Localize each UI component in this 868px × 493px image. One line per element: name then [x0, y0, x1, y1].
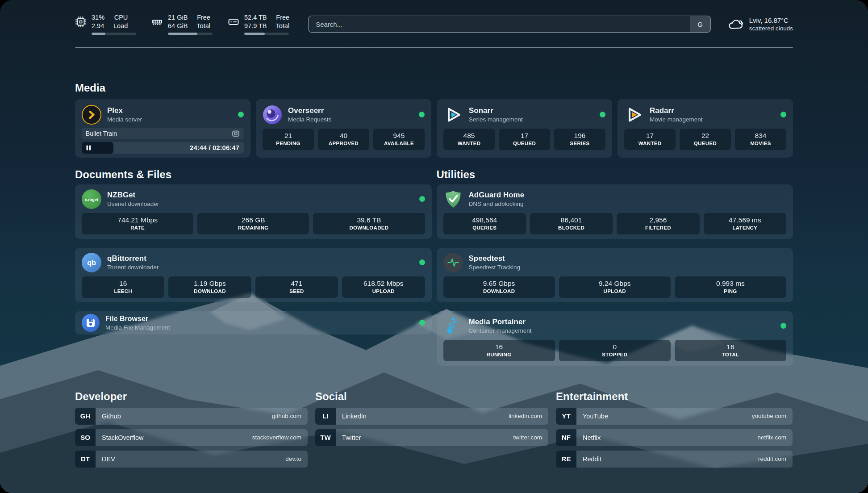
bookmark-url: reddit.com [758, 455, 786, 462]
stat-upload: 9.24 GbpsUPLOAD [559, 276, 671, 298]
social-heading: Social [315, 390, 548, 403]
filebrowser-card[interactable]: File Browser Media File Management [75, 311, 432, 334]
ram-progress-bar [168, 33, 213, 35]
bookmark-name: YouTube [583, 413, 608, 420]
playback-progress-bar[interactable]: 24:44 / 02:06:47 [82, 142, 244, 154]
disk-total-value: 97.9 TB [244, 22, 267, 30]
stat-series: 196SERIES [554, 129, 605, 150]
stat-pending: 21PENDING [263, 129, 314, 150]
app-name: Overseerr [288, 106, 332, 115]
stat-movies: 834MOVIES [735, 129, 786, 150]
weather-widget: Lviv, 16.87°C scattered clouds [728, 16, 793, 33]
qbittorrent-card[interactable]: qb qBittorrent Torrent downloader 16LEEC… [75, 248, 432, 302]
cpu-percent: 31% [92, 13, 104, 22]
stat-rate: 744.21 MbpsRATE [82, 213, 193, 234]
overseerr-card[interactable]: Overseerr Media Requests 21PENDING 40APP… [256, 99, 431, 158]
stat-queries: 498,564QUERIES [443, 213, 526, 234]
app-desc: Media server [107, 116, 142, 123]
sonarr-icon [443, 105, 463, 125]
stat-downloaded: 39.6 TBDOWNLOADED [313, 213, 425, 234]
app-name: Speedtest [469, 254, 521, 263]
pause-icon[interactable] [86, 145, 91, 150]
stat-running: 16RUNNING [443, 340, 555, 361]
cpu-progress-bar [92, 33, 136, 35]
app-desc: Media Requests [288, 116, 332, 123]
disk-label-1: Free [276, 13, 290, 22]
portainer-card[interactable]: Media Portainer Container management 16R… [437, 311, 793, 366]
utilities-column: Utilities [437, 168, 793, 366]
bookmark-linkedin[interactable]: LI LinkedIn linkedin.com [315, 408, 548, 425]
nzbget-card[interactable]: nzbget NZBGet Usenet downloader 744.21 M… [75, 184, 432, 239]
ram-free-value: 21 GiB [168, 13, 188, 22]
app-name: qBittorrent [107, 254, 159, 263]
stat-download: 9.65 GbpsDOWNLOAD [443, 276, 555, 298]
developer-section: Developer GH Github github.com SO StackO… [75, 390, 308, 472]
app-desc: Torrent downloader [107, 264, 159, 271]
app-desc: Speedtest Tracking [469, 264, 521, 271]
radarr-icon [624, 105, 644, 125]
stat-wanted: 485WANTED [443, 129, 495, 150]
speedtest-card[interactable]: Speedtest Speedtest Tracking 9.65 GbpsDO… [437, 248, 793, 302]
bookmark-url: linkedin.com [509, 413, 542, 419]
status-dot [780, 323, 786, 329]
stat-total: 16TOTAL [675, 340, 786, 361]
playback-elapsed-segment [82, 142, 113, 154]
svg-text:qb: qb [87, 259, 96, 267]
bookmark-abbr: LI [315, 408, 336, 425]
media-section: Media Plex Media server [75, 82, 793, 158]
bookmark-twitter[interactable]: TW Twitter twitter.com [315, 429, 548, 446]
session-camera-icon[interactable] [232, 130, 240, 138]
bookmark-youtube[interactable]: YT YouTube youtube.com [556, 408, 793, 425]
disk-free-value: 52.4 TB [244, 13, 267, 22]
filebrowser-icon [82, 314, 100, 332]
sonarr-card[interactable]: Sonarr Series management 485WANTED 17QUE… [437, 99, 612, 158]
disk-icon [228, 16, 239, 28]
ram-icon [151, 16, 163, 28]
bookmark-reddit[interactable]: RE Reddit reddit.com [556, 451, 793, 468]
now-playing-title: Bullet Train [86, 130, 117, 137]
stat-queued: 17QUEUED [499, 129, 550, 150]
bookmark-dev[interactable]: DT DEV dev.to [75, 451, 308, 468]
bookmark-name: LinkedIn [342, 413, 367, 420]
app-name: Sonarr [469, 106, 523, 115]
app-name: AdGuard Home [469, 191, 525, 200]
app-desc: Series management [469, 116, 523, 123]
plex-card[interactable]: Plex Media server Bullet Train [75, 99, 250, 158]
status-dot [780, 112, 786, 117]
search-bar: G [308, 16, 711, 33]
cpu-usage-widget: 31% 2.94 CPU Load [75, 13, 136, 35]
bookmark-name: StackOverflow [102, 434, 143, 441]
app-name: Radarr [650, 106, 703, 115]
bookmark-name: Twitter [342, 434, 361, 441]
ram-label-1: Free [196, 13, 210, 22]
bookmark-url: netflix.com [757, 434, 786, 441]
bookmark-url: dev.to [285, 455, 301, 462]
bookmark-stackoverflow[interactable]: SO StackOverflow stackoverflow.com [75, 429, 308, 446]
stat-remaining: 266 GBREMAINING [197, 213, 309, 234]
radarr-card[interactable]: Radarr Movie management 17WANTED 22QUEUE… [618, 99, 793, 158]
bookmark-abbr: YT [556, 408, 576, 425]
search-engine-button[interactable]: G [690, 16, 710, 32]
app-name: Media Portainer [469, 318, 532, 326]
cpu-load-value: 2.94 [92, 22, 104, 30]
status-dot [419, 259, 425, 265]
nzbget-icon: nzbget [82, 189, 101, 209]
search-input[interactable] [309, 16, 690, 32]
app-desc: DNS and adblocking [469, 201, 525, 208]
bookmark-netflix[interactable]: NF Netflix netflix.com [556, 429, 793, 446]
social-section: Social LI LinkedIn linkedin.com TW Twitt… [315, 390, 548, 472]
adguard-card[interactable]: AdGuard Home DNS and adblocking 498,564Q… [437, 184, 793, 239]
qbittorrent-icon: qb [82, 253, 101, 272]
bookmark-github[interactable]: GH Github github.com [75, 408, 308, 425]
stat-upload: 618.52 MbpsUPLOAD [342, 276, 425, 298]
bookmark-abbr: NF [556, 429, 576, 446]
ram-total-value: 64 GiB [168, 22, 188, 30]
status-dot [419, 196, 425, 202]
stat-available: 945AVAILABLE [373, 129, 425, 150]
developer-heading: Developer [75, 390, 308, 403]
ram-label-2: Total [196, 22, 210, 30]
svg-text:nzbget: nzbget [85, 197, 99, 202]
status-dot [419, 112, 425, 117]
app-desc: Movie management [650, 116, 703, 123]
bookmark-name: Github [102, 413, 121, 420]
